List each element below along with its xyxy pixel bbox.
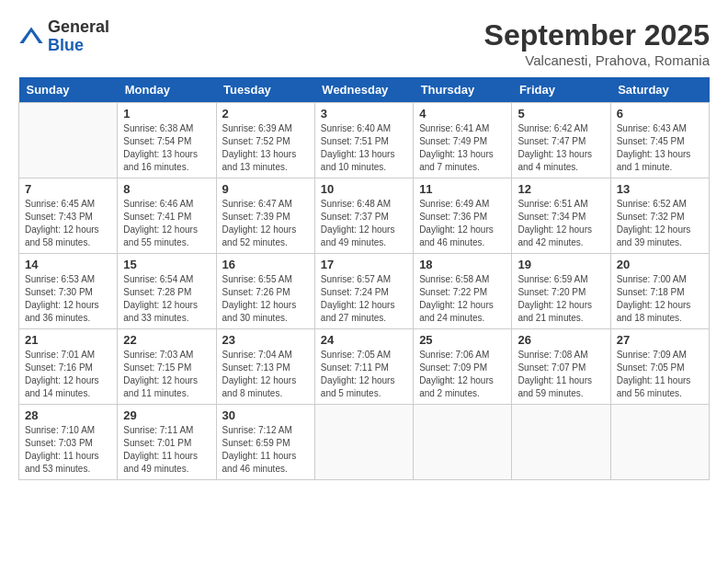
- calendar-cell: 27Sunrise: 7:09 AM Sunset: 7:05 PM Dayli…: [610, 329, 709, 405]
- col-header-friday: Friday: [512, 77, 610, 103]
- day-info: Sunrise: 6:41 AM Sunset: 7:49 PM Dayligh…: [419, 122, 506, 174]
- day-number: 11: [419, 182, 506, 196]
- col-header-saturday: Saturday: [610, 77, 709, 103]
- calendar-cell: 17Sunrise: 6:57 AM Sunset: 7:24 PM Dayli…: [314, 254, 413, 329]
- calendar-cell: 24Sunrise: 7:05 AM Sunset: 7:11 PM Dayli…: [314, 329, 413, 405]
- day-info: Sunrise: 6:51 AM Sunset: 7:34 PM Dayligh…: [518, 198, 604, 249]
- day-info: Sunrise: 6:48 AM Sunset: 7:37 PM Dayligh…: [321, 198, 407, 249]
- calendar-cell: 4Sunrise: 6:41 AM Sunset: 7:49 PM Daylig…: [414, 103, 512, 178]
- col-header-wednesday: Wednesday: [314, 77, 413, 103]
- day-info: Sunrise: 6:43 AM Sunset: 7:45 PM Dayligh…: [617, 122, 703, 174]
- logo-blue: Blue: [48, 37, 109, 55]
- title-block: September 2025 Valcanesti, Prahova, Roma…: [484, 18, 710, 68]
- day-number: 14: [25, 258, 111, 271]
- day-info: Sunrise: 7:06 AM Sunset: 7:09 PM Dayligh…: [419, 349, 506, 400]
- calendar-header-row: SundayMondayTuesdayWednesdayThursdayFrid…: [19, 77, 710, 103]
- location-title: Valcanesti, Prahova, Romania: [484, 52, 710, 68]
- calendar-cell: 9Sunrise: 6:47 AM Sunset: 7:39 PM Daylig…: [216, 178, 314, 254]
- day-info: Sunrise: 6:59 AM Sunset: 7:20 PM Dayligh…: [518, 273, 604, 325]
- week-row-4: 21Sunrise: 7:01 AM Sunset: 7:16 PM Dayli…: [19, 329, 710, 405]
- calendar-cell: 6Sunrise: 6:43 AM Sunset: 7:45 PM Daylig…: [610, 103, 709, 178]
- calendar-cell: 1Sunrise: 6:38 AM Sunset: 7:54 PM Daylig…: [118, 103, 216, 178]
- day-info: Sunrise: 7:11 AM Sunset: 7:01 PM Dayligh…: [123, 424, 210, 476]
- day-info: Sunrise: 6:55 AM Sunset: 7:26 PM Dayligh…: [222, 273, 309, 325]
- calendar-cell: 13Sunrise: 6:52 AM Sunset: 7:32 PM Dayli…: [610, 178, 709, 254]
- day-number: 28: [25, 408, 111, 422]
- calendar-cell: 19Sunrise: 6:59 AM Sunset: 7:20 PM Dayli…: [512, 254, 610, 329]
- day-info: Sunrise: 6:45 AM Sunset: 7:43 PM Dayligh…: [25, 198, 111, 249]
- calendar-cell: [414, 405, 512, 480]
- day-number: 22: [123, 333, 210, 347]
- logo-icon: [18, 24, 44, 50]
- calendar-cell: 7Sunrise: 6:45 AM Sunset: 7:43 PM Daylig…: [19, 178, 118, 254]
- week-row-5: 28Sunrise: 7:10 AM Sunset: 7:03 PM Dayli…: [19, 405, 710, 480]
- calendar-cell: 30Sunrise: 7:12 AM Sunset: 6:59 PM Dayli…: [216, 405, 314, 480]
- day-number: 9: [222, 182, 309, 196]
- col-header-sunday: Sunday: [19, 77, 118, 103]
- day-number: 10: [321, 182, 407, 196]
- calendar-table: SundayMondayTuesdayWednesdayThursdayFrid…: [18, 77, 710, 480]
- day-number: 15: [123, 258, 210, 271]
- day-number: 17: [321, 258, 407, 271]
- week-row-3: 14Sunrise: 6:53 AM Sunset: 7:30 PM Dayli…: [19, 254, 710, 329]
- calendar-cell: [19, 103, 118, 178]
- day-info: Sunrise: 6:46 AM Sunset: 7:41 PM Dayligh…: [123, 198, 210, 249]
- day-number: 3: [321, 107, 407, 121]
- calendar-cell: 10Sunrise: 6:48 AM Sunset: 7:37 PM Dayli…: [314, 178, 413, 254]
- day-info: Sunrise: 6:52 AM Sunset: 7:32 PM Dayligh…: [617, 198, 703, 249]
- calendar-cell: 14Sunrise: 6:53 AM Sunset: 7:30 PM Dayli…: [19, 254, 118, 329]
- day-info: Sunrise: 7:10 AM Sunset: 7:03 PM Dayligh…: [25, 424, 111, 476]
- logo-general: General: [48, 18, 109, 37]
- day-number: 27: [617, 333, 703, 347]
- day-info: Sunrise: 7:09 AM Sunset: 7:05 PM Dayligh…: [617, 349, 703, 400]
- calendar-cell: 12Sunrise: 6:51 AM Sunset: 7:34 PM Dayli…: [512, 178, 610, 254]
- day-number: 2: [222, 107, 309, 121]
- calendar-cell: 11Sunrise: 6:49 AM Sunset: 7:36 PM Dayli…: [414, 178, 512, 254]
- calendar-cell: 5Sunrise: 6:42 AM Sunset: 7:47 PM Daylig…: [512, 103, 610, 178]
- page-header: General Blue September 2025 Valcanesti, …: [18, 18, 710, 68]
- calendar-cell: 2Sunrise: 6:39 AM Sunset: 7:52 PM Daylig…: [216, 103, 314, 178]
- day-info: Sunrise: 6:42 AM Sunset: 7:47 PM Dayligh…: [518, 122, 604, 174]
- day-number: 21: [25, 333, 111, 347]
- day-info: Sunrise: 6:38 AM Sunset: 7:54 PM Dayligh…: [123, 122, 210, 174]
- col-header-tuesday: Tuesday: [216, 77, 314, 103]
- week-row-1: 1Sunrise: 6:38 AM Sunset: 7:54 PM Daylig…: [19, 103, 710, 178]
- col-header-thursday: Thursday: [414, 77, 512, 103]
- calendar-cell: 18Sunrise: 6:58 AM Sunset: 7:22 PM Dayli…: [414, 254, 512, 329]
- day-info: Sunrise: 6:40 AM Sunset: 7:51 PM Dayligh…: [321, 122, 407, 174]
- day-info: Sunrise: 7:00 AM Sunset: 7:18 PM Dayligh…: [617, 273, 703, 325]
- day-number: 18: [419, 258, 506, 271]
- day-number: 1: [123, 107, 210, 121]
- day-number: 24: [321, 333, 407, 347]
- calendar-cell: 25Sunrise: 7:06 AM Sunset: 7:09 PM Dayli…: [414, 329, 512, 405]
- month-title: September 2025: [484, 18, 710, 52]
- day-info: Sunrise: 6:47 AM Sunset: 7:39 PM Dayligh…: [222, 198, 309, 249]
- logo-text: General Blue: [48, 18, 109, 55]
- day-number: 26: [518, 333, 604, 347]
- day-info: Sunrise: 6:53 AM Sunset: 7:30 PM Dayligh…: [25, 273, 111, 325]
- day-number: 23: [222, 333, 309, 347]
- calendar-cell: 15Sunrise: 6:54 AM Sunset: 7:28 PM Dayli…: [118, 254, 216, 329]
- day-info: Sunrise: 6:49 AM Sunset: 7:36 PM Dayligh…: [419, 198, 506, 249]
- logo: General Blue: [18, 18, 109, 55]
- calendar-cell: [314, 405, 413, 480]
- day-number: 6: [617, 107, 703, 121]
- calendar-cell: 21Sunrise: 7:01 AM Sunset: 7:16 PM Dayli…: [19, 329, 118, 405]
- day-info: Sunrise: 6:39 AM Sunset: 7:52 PM Dayligh…: [222, 122, 309, 174]
- day-number: 29: [123, 408, 210, 422]
- calendar-cell: 29Sunrise: 7:11 AM Sunset: 7:01 PM Dayli…: [118, 405, 216, 480]
- day-number: 12: [518, 182, 604, 196]
- day-number: 5: [518, 107, 604, 121]
- calendar-cell: [512, 405, 610, 480]
- calendar-cell: 23Sunrise: 7:04 AM Sunset: 7:13 PM Dayli…: [216, 329, 314, 405]
- day-number: 30: [222, 408, 309, 422]
- day-number: 4: [419, 107, 506, 121]
- calendar-cell: 28Sunrise: 7:10 AM Sunset: 7:03 PM Dayli…: [19, 405, 118, 480]
- calendar-cell: 8Sunrise: 6:46 AM Sunset: 7:41 PM Daylig…: [118, 178, 216, 254]
- day-info: Sunrise: 6:58 AM Sunset: 7:22 PM Dayligh…: [419, 273, 506, 325]
- week-row-2: 7Sunrise: 6:45 AM Sunset: 7:43 PM Daylig…: [19, 178, 710, 254]
- calendar-cell: [610, 405, 709, 480]
- col-header-monday: Monday: [118, 77, 216, 103]
- day-info: Sunrise: 7:08 AM Sunset: 7:07 PM Dayligh…: [518, 349, 604, 400]
- day-info: Sunrise: 6:57 AM Sunset: 7:24 PM Dayligh…: [321, 273, 407, 325]
